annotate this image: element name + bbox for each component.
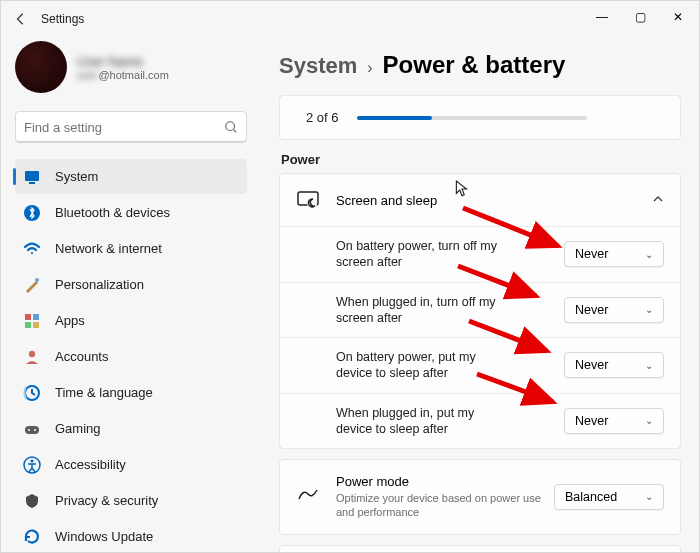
nav-label: Personalization [55, 277, 144, 292]
power-mode-card: Power mode Optimize your device based on… [279, 459, 681, 535]
search-input[interactable] [24, 120, 224, 135]
svg-point-14 [34, 429, 36, 431]
search-icon [224, 120, 238, 134]
progress-text: 2 of 6 [306, 110, 339, 125]
svg-rect-2 [25, 171, 39, 181]
breadcrumb-parent[interactable]: System [279, 53, 357, 79]
nav-item-time-language[interactable]: Time & language [15, 375, 247, 410]
screen-sleep-header[interactable]: Screen and sleep [280, 174, 680, 226]
apps-icon [23, 312, 41, 330]
svg-rect-8 [25, 322, 31, 328]
privacy-icon [23, 492, 41, 510]
svg-rect-3 [29, 182, 35, 184]
power-mode-title: Power mode [336, 474, 546, 489]
sleep-select[interactable]: Never⌄ [564, 352, 664, 378]
nav-label: Accounts [55, 349, 108, 364]
profile-email: user@hotmail.com [77, 69, 169, 81]
svg-rect-7 [33, 314, 39, 320]
nav-label: Windows Update [55, 529, 153, 544]
chevron-up-icon [652, 193, 664, 208]
avatar [15, 41, 67, 93]
row-label: When plugged in, turn off my screen afte… [336, 294, 501, 327]
breadcrumb-current: Power & battery [383, 51, 566, 79]
row-label: On battery power, put my device to sleep… [336, 349, 501, 382]
chevron-down-icon: ⌄ [645, 491, 653, 502]
progress-bar [357, 116, 587, 120]
nav-label: Bluetooth & devices [55, 205, 170, 220]
svg-point-5 [35, 278, 39, 282]
nav-item-network-internet[interactable]: Network & internet [15, 231, 247, 266]
cursor-icon [455, 180, 469, 202]
power-mode-sub: Optimize your device based on power use … [336, 491, 546, 520]
accounts-icon [23, 348, 41, 366]
nav-item-personalization[interactable]: Personalization [15, 267, 247, 302]
nav-item-bluetooth-devices[interactable]: Bluetooth & devices [15, 195, 247, 230]
consumption-card[interactable]: Power consumption and carbon emissions [279, 545, 681, 552]
time-icon [23, 384, 41, 402]
screen-sleep-row: When plugged in, put my device to sleep … [280, 393, 680, 449]
window-controls: — ▢ ✕ [583, 3, 697, 31]
back-button[interactable] [7, 5, 35, 33]
svg-rect-9 [33, 322, 39, 328]
nav-label: System [55, 169, 98, 184]
main-panel: System › Power & battery 2 of 6 Power Sc… [261, 37, 699, 552]
svg-point-10 [29, 350, 35, 356]
screen-sleep-icon [296, 188, 320, 212]
minimize-button[interactable]: — [583, 3, 621, 31]
screen-sleep-row: On battery power, put my device to sleep… [280, 337, 680, 393]
wifi-icon [23, 240, 41, 258]
sleep-select[interactable]: Never⌄ [564, 297, 664, 323]
screen-sleep-row: On battery power, turn off my screen aft… [280, 226, 680, 282]
close-button[interactable]: ✕ [659, 3, 697, 31]
nav-item-windows-update[interactable]: Windows Update [15, 519, 247, 552]
nav-item-system[interactable]: System [15, 159, 247, 194]
nav-label: Apps [55, 313, 85, 328]
section-power-label: Power [281, 152, 681, 167]
window-title: Settings [41, 12, 84, 26]
profile-name: User Name [77, 54, 169, 69]
gaming-icon [23, 420, 41, 438]
chevron-down-icon: ⌄ [645, 360, 653, 371]
nav-label: Time & language [55, 385, 153, 400]
chevron-down-icon: ⌄ [645, 249, 653, 260]
chevron-down-icon: ⌄ [645, 304, 653, 315]
chevron-down-icon: ⌄ [645, 415, 653, 426]
nav-item-privacy-security[interactable]: Privacy & security [15, 483, 247, 518]
screen-sleep-title: Screen and sleep [336, 193, 437, 208]
power-mode-icon [296, 485, 320, 509]
search-input-wrap[interactable] [15, 111, 247, 143]
svg-rect-12 [25, 426, 39, 434]
update-icon [23, 528, 41, 546]
sleep-select[interactable]: Never⌄ [564, 408, 664, 434]
svg-point-0 [226, 122, 235, 131]
screen-sleep-card: Screen and sleep On battery power, turn … [279, 173, 681, 449]
nav-label: Accessibility [55, 457, 126, 472]
nav-item-gaming[interactable]: Gaming [15, 411, 247, 446]
nav-item-apps[interactable]: Apps [15, 303, 247, 338]
svg-line-1 [234, 130, 237, 133]
row-label: When plugged in, put my device to sleep … [336, 405, 501, 438]
maximize-button[interactable]: ▢ [621, 3, 659, 31]
row-label: On battery power, turn off my screen aft… [336, 238, 501, 271]
profile-block[interactable]: User Name user@hotmail.com [15, 41, 247, 93]
svg-point-13 [28, 429, 30, 431]
power-mode-header[interactable]: Power mode Optimize your device based on… [280, 460, 680, 534]
screen-sleep-row: When plugged in, turn off my screen afte… [280, 282, 680, 338]
paint-icon [23, 276, 41, 294]
sleep-select[interactable]: Never⌄ [564, 241, 664, 267]
nav-list: SystemBluetooth & devicesNetwork & inter… [15, 159, 247, 552]
breadcrumb: System › Power & battery [279, 51, 681, 79]
power-mode-select[interactable]: Balanced ⌄ [554, 484, 664, 510]
nav-item-accessibility[interactable]: Accessibility [15, 447, 247, 482]
nav-label: Gaming [55, 421, 101, 436]
accessibility-icon [23, 456, 41, 474]
svg-rect-6 [25, 314, 31, 320]
sidebar: User Name user@hotmail.com SystemBluetoo… [1, 37, 261, 552]
progress-card[interactable]: 2 of 6 [279, 95, 681, 140]
breadcrumb-sep: › [367, 59, 372, 77]
system-icon [23, 168, 41, 186]
nav-label: Privacy & security [55, 493, 158, 508]
bluetooth-icon [23, 204, 41, 222]
nav-item-accounts[interactable]: Accounts [15, 339, 247, 374]
nav-label: Network & internet [55, 241, 162, 256]
